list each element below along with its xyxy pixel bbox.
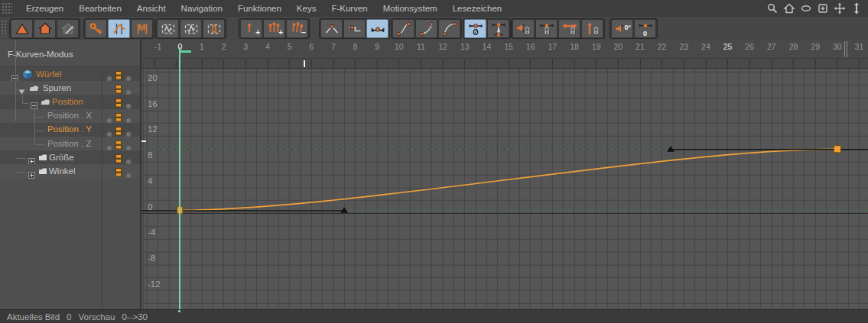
menu-grip[interactable] <box>2 2 12 15</box>
status-preview-label: Vorschau <box>78 312 115 321</box>
record-keyframe-button[interactable] <box>34 19 56 38</box>
ruler-frame-label: 14 <box>476 42 496 51</box>
fcurve-plot <box>141 69 868 309</box>
ruler-frame-label: 28 <box>784 42 804 51</box>
value-axis-label: 20 <box>148 73 158 82</box>
menu-item-bearbeiten[interactable]: Bearbeiten <box>71 2 129 15</box>
menu-item-keys[interactable]: Keys <box>289 2 324 15</box>
track-row-position-z[interactable]: Position . Z <box>0 137 140 150</box>
copy-tangent-button[interactable] <box>487 19 509 38</box>
fcurve-mode-button[interactable] <box>108 19 130 38</box>
zero-length-button[interactable]: 0 <box>634 19 656 38</box>
track-row-position-x[interactable]: Position . X <box>0 109 140 123</box>
solo-toggle[interactable] <box>125 168 132 182</box>
menu-item-f-kurven[interactable]: F-Kurven <box>323 2 375 15</box>
plus-expander-icon[interactable] <box>28 168 35 182</box>
track-row-w-rfel[interactable]: Würfel <box>0 67 140 81</box>
pan-icon[interactable] <box>833 2 847 15</box>
tree-connector <box>34 117 44 118</box>
delete-keys-button[interactable]: − <box>286 19 308 38</box>
region-curve2-button[interactable] <box>180 19 202 38</box>
region-box-button[interactable] <box>203 19 225 38</box>
ruler-frame-label: 22 <box>652 42 672 51</box>
add-key-button[interactable]: + <box>240 19 262 38</box>
ruler-frame-label: 5 <box>280 42 300 51</box>
ease-out-button[interactable] <box>438 19 460 38</box>
magnify-icon[interactable] <box>766 2 779 15</box>
ruler-frame-label: 23 <box>674 42 694 51</box>
tree-connector <box>15 158 26 159</box>
ruler-frame-label: 19 <box>587 42 606 51</box>
autokey-triangle-button[interactable] <box>11 19 33 38</box>
region-curve-button[interactable] <box>157 19 179 38</box>
lock-tangent-length-button[interactable] <box>535 19 558 38</box>
add-keys-button[interactable]: + <box>263 19 285 38</box>
value-axis-label: 16 <box>148 99 158 108</box>
motion-mode-button[interactable]: M <box>131 19 153 38</box>
ruler-frame-label: 20 <box>608 42 628 51</box>
region-tools-group <box>155 18 226 39</box>
lock-time-button[interactable] <box>558 19 580 38</box>
menu-item-ansicht[interactable]: Ansicht <box>129 2 174 15</box>
track-tree: WürfelSpurenPositionPosition . XPosition… <box>0 67 140 309</box>
ruler-frame-label: 2 <box>214 42 234 51</box>
track-label: Würfel <box>36 69 61 79</box>
ruler-frame-label: 16 <box>521 42 541 51</box>
home-icon[interactable] <box>782 2 796 15</box>
folder-icon <box>37 166 48 179</box>
status-bar: Aktuelles Bild 0 Vorschau 0-->30 <box>0 309 868 323</box>
frame-add-icon[interactable] <box>816 2 830 15</box>
track-label: Größe <box>49 153 74 162</box>
track-label: Spuren <box>43 83 71 92</box>
marker-tick <box>304 60 305 67</box>
track-row-spuren[interactable]: Spuren <box>0 81 140 95</box>
track-label: Position . Y <box>47 124 92 134</box>
mode-tools-group: M <box>83 18 154 39</box>
ease-tools-group <box>391 18 462 39</box>
ruler-frame-label: 12 <box>433 42 453 51</box>
track-row-position-y[interactable]: Position . Y <box>0 123 140 137</box>
lock-tools-group <box>511 18 605 39</box>
menu-item-motionsystem[interactable]: Motionsystem <box>375 2 445 15</box>
tree-connector <box>34 131 44 131</box>
menu-bar-icons <box>766 0 863 17</box>
tree-connector <box>22 103 28 104</box>
ease-ease-button[interactable] <box>392 19 414 38</box>
menu-item-lesezeichen[interactable]: Lesezeichen <box>445 2 510 15</box>
lock-tangent-angle-button[interactable] <box>512 19 535 38</box>
tangent-tools-group <box>463 18 511 39</box>
ruler-frame-label: 6 <box>301 42 321 51</box>
menu-item-funktionen[interactable]: Funktionen <box>230 2 289 15</box>
key-mode-button[interactable] <box>85 19 107 38</box>
timeline-ruler[interactable]: -101234567891011121314151617181920212223… <box>141 40 868 69</box>
mode-title: F-Kurven-Modus <box>8 50 73 59</box>
zero-angle-button[interactable]: 0° <box>611 19 633 38</box>
keyframe-track-toggle[interactable] <box>115 166 122 180</box>
ruler-frame-label: 3 <box>236 42 255 51</box>
toolbar: M++−0°0 <box>0 17 868 40</box>
menu-item-navigation[interactable]: Navigation <box>174 2 230 15</box>
vertical-scale-icon[interactable] <box>850 2 863 15</box>
track-row-position[interactable]: Position <box>0 95 140 108</box>
lock-value-button[interactable] <box>581 19 603 38</box>
keyframe-30[interactable] <box>834 146 840 153</box>
menu-bar: ErzeugenBearbeitenAnsichtNavigationFunkt… <box>0 0 868 18</box>
tree-connector <box>15 89 19 90</box>
key-edit-tools-group: ++− <box>239 18 310 39</box>
ruler-frame-label: 1 <box>192 42 212 51</box>
ruler-frame-label: 21 <box>630 42 650 51</box>
fcurve-position-y[interactable] <box>180 149 837 210</box>
menu-item-erzeugen[interactable]: Erzeugen <box>18 2 71 15</box>
step-interpolation-button[interactable] <box>343 19 366 38</box>
spline-interpolation-button[interactable] <box>366 19 388 38</box>
frame-oval-icon[interactable] <box>799 2 813 15</box>
ruler-frame-label: 9 <box>367 42 387 51</box>
linear-interpolation-button[interactable] <box>320 19 343 38</box>
curve-grid[interactable]: 201612840-4-8-12 <box>141 69 868 309</box>
playhead[interactable] <box>179 47 180 309</box>
ease-in-button[interactable] <box>415 19 437 38</box>
ruler-frame-label: 31 <box>849 42 868 51</box>
toolbar-grip[interactable] <box>1 20 7 37</box>
value-axis-label: -8 <box>148 254 155 263</box>
auto-tangent-button[interactable] <box>464 19 486 38</box>
